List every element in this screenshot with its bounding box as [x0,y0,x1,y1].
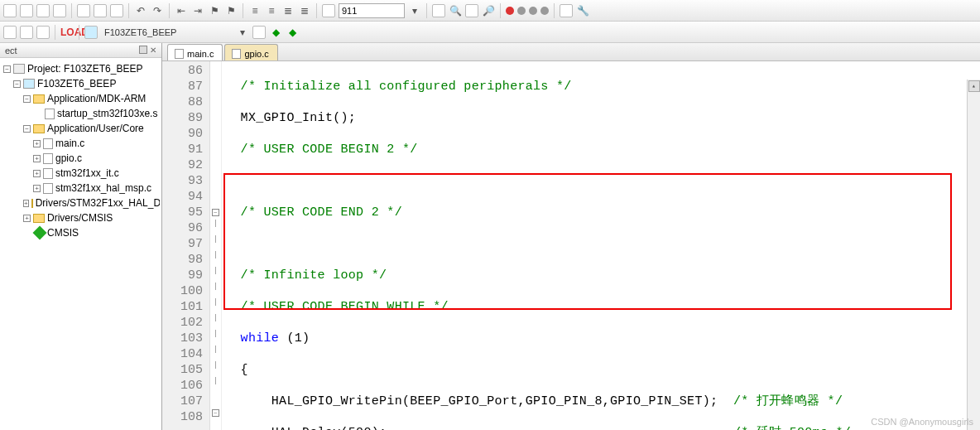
build-icon[interactable] [3,26,17,39]
redo-icon[interactable]: ↷ [151,5,164,17]
dropdown-icon[interactable]: ▾ [408,5,421,17]
incremental-icon[interactable] [465,4,478,17]
buildall-icon[interactable] [36,26,50,39]
tree-target[interactable]: −F103ZET6_BEEP [2,76,160,91]
file-tabs: main.c gpio.c [162,43,980,61]
find-icon[interactable] [322,4,335,17]
tree-grp-mdkarm[interactable]: −Application/MDK-ARM [2,91,160,106]
tree-file-startup[interactable]: startup_stm32f103xe.s [2,106,160,121]
saveall-icon[interactable] [53,4,66,17]
toolbar-build: LOAD F103ZET6_BEEP ▾ ◆ ◆ [0,22,980,43]
findfiles-icon[interactable] [432,4,445,17]
tree-cmsis[interactable]: CMSIS [2,225,160,240]
project-panel-header: ect ✕ [0,43,161,58]
format2-icon[interactable]: ≣ [298,5,311,17]
tree-grp-haldrv[interactable]: +Drivers/STM32F1xx_HAL_D [2,196,160,210]
rebuild-icon[interactable] [20,26,33,39]
bookmark-icon[interactable]: ⚑ [208,5,221,17]
debug-step-icon[interactable] [517,7,526,15]
toolbar-top: ↶ ↷ ⇤ ⇥ ⚑ ⚑ ≡ ≡ ≣ ≣ ▾ 🔍 🔎 🔧 [0,0,980,22]
undo-icon[interactable]: ↶ [134,5,147,17]
open-icon[interactable] [20,4,33,17]
tab-gpio-c[interactable]: gpio.c [224,44,277,60]
format-icon[interactable]: ≣ [281,5,295,17]
fold-column[interactable]: − ||||||||||| − [210,61,222,430]
search-input[interactable] [339,3,405,18]
tree-grp-cmsis[interactable]: +Drivers/CMSIS [2,210,160,225]
window-icon[interactable] [560,4,573,17]
comment-icon[interactable]: ≡ [248,5,262,17]
indent-right-icon[interactable]: ⇥ [191,5,204,17]
panel-title: ect [5,46,17,56]
code-text[interactable]: /* Initialize all configured peripherals… [222,61,980,430]
watermark: CSDN @Anonymousgirls [871,417,973,427]
project-tree[interactable]: −Project: F103ZET6_BEEP −F103ZET6_BEEP −… [0,58,161,244]
magnify-icon[interactable]: 🔎 [482,5,495,17]
debug-step3-icon[interactable] [540,7,549,15]
line-gutter: 86878889 90919293 94959697 9899100101 10… [162,61,210,430]
replace-icon[interactable]: 🔍 [449,5,462,17]
indent-left-icon[interactable]: ⇤ [175,5,188,17]
code-area[interactable]: 86878889 90919293 94959697 9899100101 10… [162,61,980,430]
project-panel: ect ✕ −Project: F103ZET6_BEEP −F103ZET6_… [0,43,162,430]
target-icon[interactable] [84,26,98,39]
packs-icon[interactable]: ◆ [286,27,299,38]
manage-icon[interactable]: ◆ [269,27,282,38]
bookmark-prev-icon[interactable]: ⚑ [224,5,238,17]
close-panel-icon[interactable]: ✕ [150,46,156,55]
tree-grp-usercore[interactable]: −Application/User/Core [2,121,160,136]
save-icon[interactable] [36,4,50,17]
tree-file-itc[interactable]: +stm32f1xx_it.c [2,166,160,181]
target-name: F103ZET6_BEEP [101,27,180,37]
fold-icon[interactable]: − [212,409,219,417]
uncomment-icon[interactable]: ≡ [265,5,278,17]
download-icon[interactable]: LOAD [60,27,74,38]
fold-icon[interactable]: − [212,209,219,216]
scrollbar-vertical[interactable]: ▴ [967,80,980,430]
tree-project-root[interactable]: −Project: F103ZET6_BEEP [2,61,160,76]
dropdown2-icon[interactable]: ▾ [236,27,249,38]
editor-area: main.c gpio.c 86878889 90919293 94959697… [162,43,980,430]
tree-file-mainc[interactable]: +main.c [2,136,160,151]
tool-icon[interactable]: 🔧 [576,5,589,17]
tree-file-gpioc[interactable]: +gpio.c [2,151,160,166]
paste-icon[interactable] [110,4,123,17]
debug-stop-icon[interactable] [506,7,514,15]
debug-step2-icon[interactable] [529,7,537,15]
cut-icon[interactable] [77,4,90,17]
file-icon [175,49,184,59]
tab-main-c[interactable]: main.c [167,44,223,60]
copy-icon[interactable] [94,4,107,17]
file-icon [232,49,241,59]
tree-file-halmsp[interactable]: +stm32f1xx_hal_msp.c [2,181,160,196]
pin-icon[interactable] [139,46,147,54]
scroll-up-icon[interactable]: ▴ [968,80,980,92]
options-icon[interactable] [252,26,266,39]
new-icon[interactable] [3,4,17,17]
